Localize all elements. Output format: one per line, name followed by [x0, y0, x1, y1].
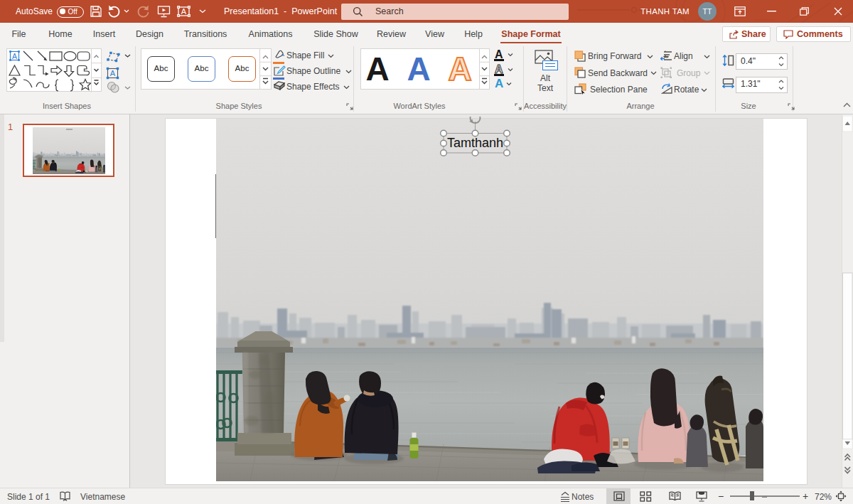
svg-text:A: A [110, 69, 116, 77]
svg-text:A: A [12, 52, 17, 60]
svg-text:A: A [181, 7, 187, 16]
